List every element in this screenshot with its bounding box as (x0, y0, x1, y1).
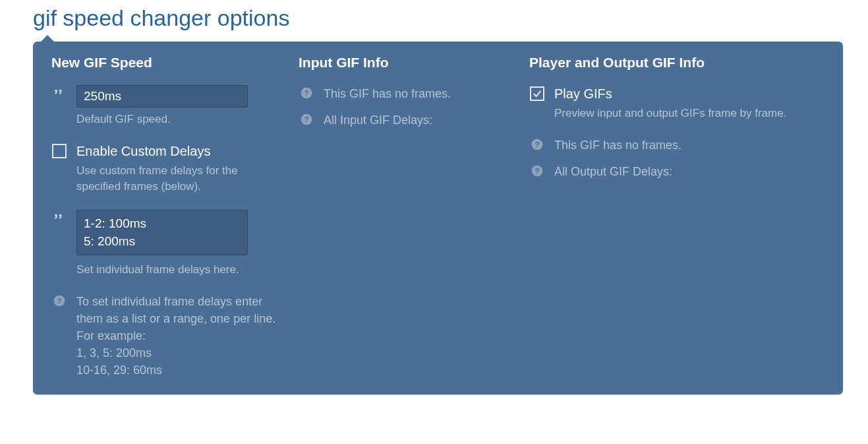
output-all-delays-text: All Output GIF Delays: (554, 163, 825, 180)
help-icon[interactable]: ? (531, 164, 544, 177)
svg-text:?: ? (57, 296, 61, 305)
help-icon[interactable]: ? (300, 113, 313, 126)
col-heading-input: Input GIF Info (299, 55, 509, 71)
custom-delays-textarea[interactable] (76, 210, 248, 255)
column-player-output-info: Player and Output GIF Info Play GIFs Pre… (529, 55, 825, 379)
column-input-gif-info: Input GIF Info ? This GIF has no frames. (299, 55, 509, 379)
custom-delays-hint: Set individual frame delays here. (76, 262, 279, 278)
svg-text:?: ? (535, 166, 539, 175)
column-new-gif-speed: New GIF Speed Default GIF speed. (51, 55, 279, 379)
play-gifs-label[interactable]: Play GIFs (554, 86, 825, 102)
help-icon[interactable]: ? (531, 138, 544, 151)
quote-icon (53, 211, 66, 227)
col-heading-player: Player and Output GIF Info (529, 55, 825, 71)
enable-custom-delays-label[interactable]: Enable Custom Delays (76, 144, 279, 159)
default-speed-hint: Default GIF speed. (76, 111, 279, 128)
quote-icon (53, 86, 66, 102)
svg-text:?: ? (535, 140, 539, 148)
input-all-delays-text: All Input GIF Delays: (324, 111, 509, 129)
panel-arrow (41, 35, 54, 42)
help-icon[interactable]: ? (53, 294, 66, 307)
input-no-frames-text: This GIF has no frames. (324, 85, 509, 102)
page-title: gif speed changer options (33, 0, 843, 32)
default-speed-input[interactable] (76, 85, 248, 108)
play-gifs-hint: Preview input and output GIFs frame by f… (554, 106, 825, 122)
help-icon[interactable]: ? (300, 86, 313, 100)
svg-text:?: ? (304, 115, 308, 123)
enable-custom-delays-hint: Use custom frame delays for the specifie… (76, 163, 279, 195)
custom-delays-help-text: To set individual frame delays enter the… (76, 293, 279, 379)
play-gifs-checkbox[interactable] (530, 86, 544, 101)
enable-custom-delays-checkbox[interactable] (52, 144, 67, 158)
options-panel: New GIF Speed Default GIF speed. (33, 42, 843, 395)
svg-text:?: ? (304, 88, 308, 97)
col-heading-speed: New GIF Speed (51, 55, 279, 71)
output-no-frames-text: This GIF has no frames. (554, 137, 825, 154)
